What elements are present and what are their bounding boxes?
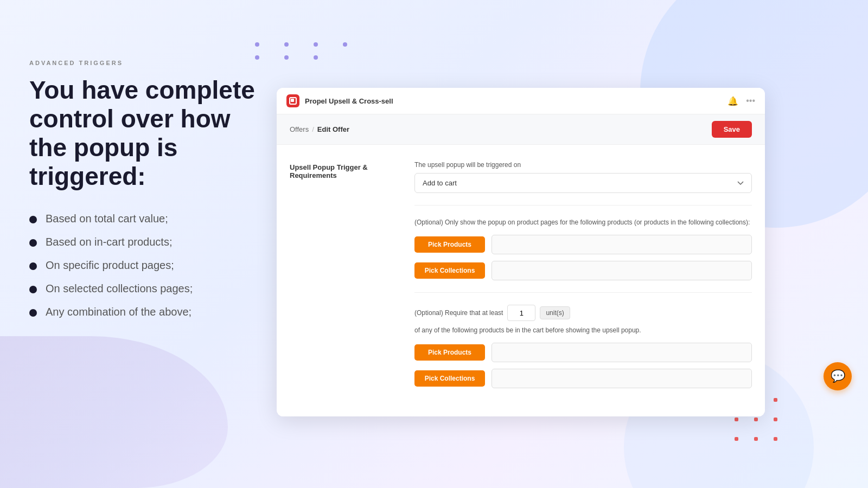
more-icon[interactable]: ••• bbox=[746, 96, 755, 106]
app-title: Propel Upsell & Cross-sell bbox=[305, 97, 393, 105]
breadcrumb-parent[interactable]: Offers bbox=[290, 125, 309, 133]
quantity-input[interactable] bbox=[507, 305, 535, 321]
require-row: (Optional) Require that at least unit(s) bbox=[414, 305, 752, 321]
window-titlebar: Propel Upsell & Cross-sell 🔔 ••• bbox=[277, 88, 765, 114]
pick-collections-input-1[interactable] bbox=[492, 261, 752, 280]
breadcrumb-separator: / bbox=[312, 125, 314, 133]
pick-collections-input-2[interactable] bbox=[492, 369, 752, 388]
feature-list: Based on total cart value; Based on in-c… bbox=[29, 213, 263, 318]
optional-desc-1: (Optional) Only show the popup on produc… bbox=[414, 217, 752, 227]
trigger-label: The upsell popup will be triggered on bbox=[414, 161, 752, 169]
bullet-dot bbox=[29, 216, 37, 223]
breadcrumb-bar: Offers / Edit Offer Save bbox=[277, 114, 765, 145]
divider-1 bbox=[414, 205, 752, 206]
pick-products-row-1: Pick Products bbox=[414, 235, 752, 254]
bullet-dot bbox=[29, 262, 37, 270]
main-section-row: Upsell Popup Trigger & Requirements The … bbox=[290, 161, 752, 400]
purple-dots-decoration bbox=[255, 42, 347, 60]
pick-collections-row-1: Pick Collections bbox=[414, 261, 752, 280]
app-window: Propel Upsell & Cross-sell 🔔 ••• Offers … bbox=[277, 88, 765, 416]
titlebar-left: Propel Upsell & Cross-sell bbox=[286, 94, 393, 107]
trigger-section: The upsell popup will be triggered on Ad… bbox=[414, 161, 752, 193]
optional-desc-2: of any of the following products be in t… bbox=[414, 325, 752, 335]
section-eyebrow: ADVANCED TRIGGERS bbox=[29, 60, 263, 66]
pick-collections-button-2[interactable]: Pick Collections bbox=[414, 370, 485, 387]
pick-collections-button-1[interactable]: Pick Collections bbox=[414, 262, 485, 279]
bullet-dot bbox=[29, 309, 37, 317]
app-icon bbox=[286, 94, 299, 107]
section-label: Upsell Popup Trigger & Requirements bbox=[290, 161, 398, 179]
breadcrumb-current: Edit Offer bbox=[317, 125, 349, 133]
pick-products-input-1[interactable] bbox=[492, 235, 752, 254]
list-item: On specific product pages; bbox=[29, 259, 263, 272]
chat-button[interactable]: 💬 bbox=[824, 362, 852, 390]
list-item: Any combination of the above; bbox=[29, 306, 263, 318]
section-content: The upsell popup will be triggered on Ad… bbox=[414, 161, 752, 400]
chat-icon: 💬 bbox=[831, 369, 845, 383]
titlebar-right: 🔔 ••• bbox=[727, 96, 755, 106]
bullet-dot bbox=[29, 286, 37, 293]
bullet-dot bbox=[29, 239, 37, 247]
left-panel: ADVANCED TRIGGERS You have complete cont… bbox=[29, 60, 263, 318]
app-icon-inner bbox=[289, 97, 297, 105]
breadcrumb: Offers / Edit Offer bbox=[290, 125, 349, 133]
optional-section-2: (Optional) Require that at least unit(s)… bbox=[414, 305, 752, 388]
bell-icon[interactable]: 🔔 bbox=[727, 96, 738, 106]
divider-2 bbox=[414, 292, 752, 293]
list-item: On selected collections pages; bbox=[29, 282, 263, 295]
save-button[interactable]: Save bbox=[712, 121, 752, 138]
optional-section-1: (Optional) Only show the popup on produc… bbox=[414, 217, 752, 280]
main-heading: You have complete control over how the p… bbox=[29, 76, 263, 191]
pick-products-input-2[interactable] bbox=[492, 343, 752, 362]
content-area: Upsell Popup Trigger & Requirements The … bbox=[277, 145, 765, 416]
pick-products-button-2[interactable]: Pick Products bbox=[414, 344, 485, 361]
list-item: Based on in-cart products; bbox=[29, 236, 263, 248]
bg-purple-blob bbox=[0, 336, 228, 488]
require-prefix: (Optional) Require that at least bbox=[414, 309, 503, 317]
unit-badge: unit(s) bbox=[540, 306, 570, 319]
pick-products-button-1[interactable]: Pick Products bbox=[414, 236, 485, 253]
list-item: Based on total cart value; bbox=[29, 213, 263, 225]
pick-products-row-2: Pick Products bbox=[414, 343, 752, 362]
trigger-select[interactable]: Add to cart Page view Exit intent bbox=[414, 173, 752, 193]
pick-collections-row-2: Pick Collections bbox=[414, 369, 752, 388]
